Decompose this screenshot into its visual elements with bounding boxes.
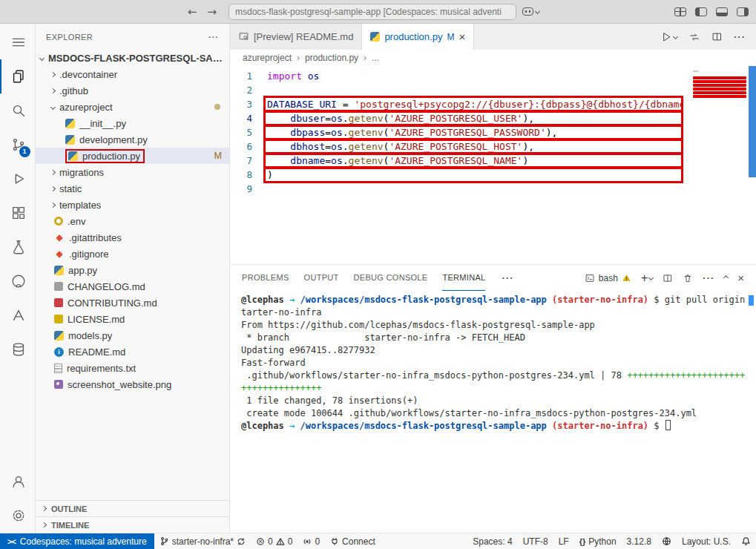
explorer-more-actions-button[interactable] — [208, 33, 219, 42]
tree-item-.gitattributes[interactable]: .gitattributes — [36, 229, 229, 246]
panel-tab-output[interactable]: OUTPUT — [304, 265, 339, 291]
panel-tab-debug-console[interactable]: DEBUG CONSOLE — [354, 265, 428, 291]
chevron-down-icon — [648, 275, 654, 280]
panel-tab-problems[interactable]: PROBLEMS — [242, 265, 289, 291]
code-line-5[interactable]: 5 dbpass=os.getenv('AZURE_POSTGRESQL_PAS… — [230, 125, 682, 139]
python-file-icon — [65, 119, 75, 128]
code-line-7[interactable]: 7 dbname=os.getenv('AZURE_POSTGRESQL_NAM… — [230, 154, 682, 168]
command-center[interactable]: msdocs-flask-postgresql-sample-app [Code… — [229, 4, 516, 20]
extensions-icon[interactable] — [0, 196, 36, 230]
search-icon[interactable] — [0, 93, 36, 128]
tree-item-changelog.md[interactable]: CHANGELOG.md — [36, 278, 229, 295]
tree-item-license.md[interactable]: LICENSE.md — [36, 311, 229, 327]
indent-indicator[interactable]: Spaces: 4 — [467, 533, 517, 549]
tree-item-msdocs-flask-postgresql-sample-...[interactable]: MSDOCS-FLASK-POSTGRESQL-SAMPLE-... — [36, 50, 229, 66]
breadcrumb-file[interactable]: production.py — [305, 53, 358, 63]
tree-item-static[interactable]: static — [36, 180, 229, 197]
tree-item-production.py[interactable]: production.pyM — [36, 148, 229, 164]
notifications-bell[interactable] — [736, 533, 756, 549]
tree-item-.gitignore[interactable]: .gitignore — [36, 246, 229, 262]
tree-item-app.py[interactable]: app.py — [36, 262, 229, 278]
open-changes-button[interactable] — [688, 31, 700, 43]
tree-item-screenshot_website.png[interactable]: screenshot_website.png — [36, 376, 229, 392]
eol-indicator[interactable]: LF — [553, 533, 574, 549]
outline-section[interactable]: OUTLINE — [36, 500, 229, 516]
branch-indicator[interactable]: starter-no-infra* — [154, 533, 251, 549]
file-label: production.py — [82, 151, 140, 162]
azure-icon[interactable] — [0, 298, 36, 332]
tree-item-development.py[interactable]: development.py — [36, 131, 229, 148]
tab-bar: [Preview] README.md production.py M — [230, 24, 756, 50]
maximize-panel-button[interactable] — [724, 276, 728, 280]
breadcrumb-symbol[interactable]: ... — [372, 53, 379, 63]
settings-gear-icon[interactable] — [0, 499, 36, 533]
testing-icon[interactable] — [0, 230, 36, 264]
tree-item-migrations[interactable]: migrations — [36, 164, 229, 180]
code-line-6[interactable]: 6 dbhost=os.getenv('AZURE_POSTGRESQL_HOS… — [230, 139, 682, 154]
ports-indicator[interactable]: 0 — [298, 533, 325, 549]
tree-item-.devcontainer[interactable]: .devcontainer — [36, 66, 229, 82]
customize-layout-icon[interactable] — [674, 7, 686, 16]
encoding-label: UTF-8 — [523, 536, 548, 547]
code-line-8[interactable]: 8) — [230, 168, 682, 182]
copilot-menu-button[interactable] — [522, 7, 539, 16]
file-label: screenshot_website.png — [68, 379, 171, 390]
source-control-icon[interactable]: 1 — [0, 128, 36, 162]
menu-button[interactable] — [0, 25, 36, 59]
python-version-indicator[interactable]: 3.12.8 — [622, 533, 657, 549]
tab-production-py[interactable]: production.py M — [362, 24, 474, 50]
code-line-4[interactable]: 4 dbuser=os.getenv('AZURE_POSTGRESQL_USE… — [230, 111, 682, 125]
split-terminal-button[interactable] — [663, 273, 673, 283]
accounts-icon[interactable] — [0, 464, 36, 499]
minimap-line — [693, 95, 746, 98]
tree-item-templates[interactable]: templates — [36, 197, 229, 213]
tree-item-readme.md[interactable]: README.md — [36, 343, 229, 360]
terminal-scrollbar-decoration — [749, 295, 754, 306]
split-editor-button[interactable] — [711, 31, 723, 42]
editor-more-actions-button[interactable] — [734, 31, 746, 42]
tree-item-models.py[interactable]: models.py — [36, 327, 229, 343]
toggle-secondary-sidebar-icon[interactable] — [737, 7, 749, 16]
run-debug-icon[interactable] — [0, 162, 36, 196]
new-terminal-button[interactable] — [641, 272, 653, 284]
github-icon[interactable] — [0, 264, 36, 298]
scrollbar-decoration[interactable] — [749, 66, 756, 177]
panel-tab-terminal[interactable]: TERMINAL — [442, 265, 485, 291]
timeline-section[interactable]: TIMELINE — [36, 516, 229, 533]
breadcrumb-folder[interactable]: azureproject — [243, 53, 292, 63]
layout-indicator[interactable]: Layout: U.S. — [677, 533, 736, 549]
tree-item-__init__.py[interactable]: __init__.py — [36, 115, 229, 131]
keyboard-language-item[interactable] — [657, 533, 677, 549]
toggle-panel-icon[interactable] — [716, 7, 728, 16]
tree-item-azureproject[interactable]: azureproject — [36, 99, 229, 115]
tree-item-.env[interactable]: .env — [36, 213, 229, 229]
tree-item-requirements.txt[interactable]: requirements.txt — [36, 360, 229, 376]
code-line-2[interactable]: 2 — [230, 83, 682, 97]
tree-item-contributing.md[interactable]: CONTRIBUTING.md — [36, 295, 229, 311]
close-panel-button[interactable] — [737, 272, 744, 284]
kill-terminal-button[interactable] — [683, 273, 693, 283]
code-line-9[interactable]: 9 — [230, 182, 682, 196]
terminal-more-actions-button[interactable] — [703, 272, 714, 283]
database-icon[interactable] — [0, 332, 36, 366]
language-indicator[interactable]: Python — [574, 533, 622, 549]
code-editor[interactable]: 1import os23DATABASE_URI = 'postgresql+p… — [230, 66, 756, 264]
close-tab-icon[interactable] — [458, 30, 465, 43]
problems-indicator[interactable]: 0 0 — [251, 533, 298, 549]
minimap[interactable] — [693, 69, 746, 102]
encoding-indicator[interactable]: UTF-8 — [518, 533, 553, 549]
terminal[interactable]: @lcephas → /workspaces/msdocs-flask-post… — [230, 291, 756, 533]
terminal-instance-selector[interactable]: bash — [585, 273, 631, 283]
tab-preview-readme[interactable]: [Preview] README.md — [230, 24, 362, 50]
tree-item-.github[interactable]: .github — [36, 82, 229, 99]
explorer-icon[interactable] — [0, 59, 36, 93]
code-line-1[interactable]: 1import os — [230, 69, 682, 83]
toggle-sidebar-icon[interactable] — [695, 7, 707, 16]
forward-button[interactable] — [207, 5, 217, 19]
back-button[interactable] — [188, 5, 197, 19]
panel-more-tabs-button[interactable] — [502, 272, 513, 283]
run-python-file-button[interactable] — [660, 31, 677, 43]
remote-indicator[interactable]: Codespaces: musical adventure — [0, 533, 154, 549]
code-line-3[interactable]: 3DATABASE_URI = 'postgresql+psycopg2://{… — [230, 97, 682, 111]
connect-button[interactable]: Connect — [325, 533, 381, 549]
